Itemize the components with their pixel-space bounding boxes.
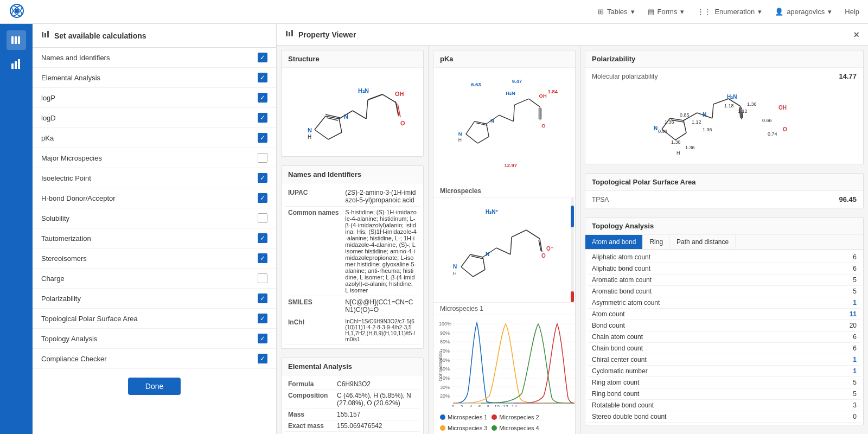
- svg-line-24: [353, 111, 366, 119]
- close-button[interactable]: ×: [853, 30, 859, 40]
- table-row: IUPAC (2S)-2-amino-3-(1H-imidazol-5-yl)p…: [285, 187, 420, 207]
- composition-value: C (46.45%), H (5.85%), N (27.08%), O (20…: [334, 390, 420, 409]
- calc-item-topology[interactable]: Topology Analysis: [33, 329, 276, 349]
- tab-path-distance[interactable]: Path and distance: [670, 235, 736, 249]
- microspecies-scrollbar-track[interactable]: [571, 197, 574, 302]
- svg-text:1.36: 1.36: [747, 101, 757, 107]
- user-menu[interactable]: 👤 aperagovics ▾: [775, 8, 832, 16]
- table-row: Bond count20: [588, 320, 861, 331]
- structure-card: Structure: [281, 50, 424, 157]
- calc-item-logd[interactable]: logD: [33, 108, 276, 128]
- checkbox-tpsa[interactable]: [258, 314, 267, 323]
- tab-ring[interactable]: Ring: [643, 235, 670, 249]
- microspecies-scrollbar-thumb[interactable]: [571, 206, 574, 227]
- microspecies-molecule: H₃N⁺ O⁻ N H: [433, 197, 575, 301]
- calc-item-tautomerization[interactable]: Tautomerization: [33, 228, 276, 248]
- enumeration-menu[interactable]: ⋮⋮ Enumeration ▾: [697, 8, 762, 16]
- svg-line-68: [496, 248, 510, 254]
- svg-line-16: [315, 116, 326, 130]
- svg-line-67: [483, 248, 496, 257]
- sidebar-chart[interactable]: [7, 54, 26, 74]
- calc-item-elemental[interactable]: Elemental Analysis: [33, 68, 276, 88]
- checkbox-hbond[interactable]: [258, 193, 267, 203]
- calc-item-hbond[interactable]: H-bond Donor/Acceptor: [33, 188, 276, 208]
- table-row: Aromatic atom count5: [588, 275, 861, 286]
- tables-menu[interactable]: ⊞ Tables ▾: [598, 8, 635, 16]
- calc-item-charge[interactable]: Charge: [33, 269, 276, 289]
- inchi-label: InChI: [285, 316, 342, 345]
- checkbox-stereoisomers[interactable]: [258, 253, 267, 263]
- forms-label: Forms: [658, 8, 678, 16]
- calc-item-compliance[interactable]: Compliance Checker: [33, 349, 276, 369]
- svg-line-70: [512, 230, 526, 237]
- mass-value: 155.157: [334, 409, 420, 420]
- checkbox-topology[interactable]: [258, 334, 267, 343]
- calc-item-isoelectric[interactable]: Isoelectric Point: [33, 168, 276, 188]
- table-row: InChI InChI=1S/C6H9N3O2/c7-5(6(10)11)1-4…: [285, 316, 420, 345]
- svg-line-30: [398, 104, 400, 117]
- microspecies-svg: H₃N⁺ O⁻ N H: [442, 202, 567, 297]
- smiles-value: N[C@@H](CC1=CN=CN1)C(O)=O: [342, 296, 420, 316]
- table-row: Mass 155.157: [285, 409, 420, 420]
- topology-row-label: Aliphatic atom count: [588, 252, 817, 263]
- calc-item-major[interactable]: Major Microspecies: [33, 148, 276, 168]
- topology-row-label: Aromatic bond count: [588, 286, 817, 297]
- topology-row-value: 1: [817, 366, 861, 377]
- tab-atom-bond[interactable]: Atom and bond: [585, 235, 643, 249]
- sidebar-home[interactable]: [7, 30, 26, 50]
- done-button[interactable]: Done: [128, 378, 181, 395]
- forms-menu[interactable]: ▤ Forms ▾: [648, 8, 685, 16]
- common-label: Common names: [285, 207, 342, 296]
- calc-item-names[interactable]: Names and Identifiers: [33, 48, 276, 68]
- checkbox-tautomerization[interactable]: [258, 233, 267, 243]
- checkbox-charge[interactable]: [258, 273, 267, 283]
- topology-row-label: Cyclomatic number: [588, 366, 817, 377]
- checkbox-compliance[interactable]: [258, 354, 267, 363]
- topology-row-value: 5: [817, 286, 861, 297]
- svg-line-18: [339, 119, 342, 132]
- pv-content: Structure: [277, 46, 868, 434]
- calc-item-polarizability[interactable]: Polarizability: [33, 289, 276, 309]
- legend-dot-ms4: [492, 425, 497, 431]
- pv-column-1: Structure: [277, 46, 429, 434]
- svg-line-47: [499, 115, 513, 121]
- form-icon: ▤: [648, 8, 654, 16]
- pka-card-header: pKa: [433, 50, 575, 68]
- calc-item-label-solubility: Solubility: [41, 214, 69, 222]
- calc-item-label-names: Names and Identifiers: [41, 54, 110, 62]
- calc-item-stereoisomers[interactable]: Stereoisomers: [33, 248, 276, 269]
- svg-text:0.85: 0.85: [680, 112, 690, 118]
- checkbox-isoelectric[interactable]: [258, 173, 267, 183]
- checkbox-names[interactable]: [258, 53, 267, 62]
- checkbox-logd[interactable]: [258, 113, 267, 123]
- user-icon: 👤: [775, 8, 783, 16]
- calc-item-pka[interactable]: pKa: [33, 128, 276, 148]
- table-row: Atom count11: [588, 309, 861, 320]
- calc-panel-header: Set available calculations: [33, 24, 276, 48]
- checkbox-pka[interactable]: [258, 133, 267, 143]
- checkbox-major[interactable]: [258, 153, 267, 163]
- help-label: Help: [845, 8, 859, 16]
- svg-text:9.47: 9.47: [512, 78, 522, 84]
- elemental-analysis-card: Elemental Analysis Formula C6H9N3O2 Comp…: [281, 358, 424, 434]
- calc-item-logp[interactable]: logP: [33, 88, 276, 108]
- checkbox-elemental[interactable]: [258, 73, 267, 82]
- checkbox-polarizability[interactable]: [258, 293, 267, 303]
- svg-text:90%: 90%: [440, 330, 450, 336]
- checkbox-logp[interactable]: [258, 93, 267, 103]
- svg-rect-7: [11, 63, 14, 69]
- topology-row-label: Aromatic atom count: [588, 275, 817, 286]
- svg-rect-10: [42, 32, 43, 37]
- svg-text:O: O: [541, 123, 545, 129]
- calc-item-tpsa[interactable]: Topological Polar Surface Area: [33, 309, 276, 329]
- table-row: Aliphatic bond count6: [588, 263, 861, 275]
- topology-row-value: 5: [817, 377, 861, 388]
- checkbox-solubility[interactable]: [258, 213, 267, 223]
- calc-item-solubility[interactable]: Solubility: [33, 208, 276, 228]
- calc-item-label-logd: logD: [41, 114, 56, 122]
- svg-line-48: [513, 105, 514, 121]
- svg-text:H: H: [676, 150, 680, 156]
- topology-row-label: Chain atom count: [588, 331, 817, 343]
- help-button[interactable]: Help: [845, 8, 859, 16]
- inchi-value: InChI=1S/C6H9N3O2/c7-5(6(10)11)1-4-2-8-3…: [342, 316, 420, 345]
